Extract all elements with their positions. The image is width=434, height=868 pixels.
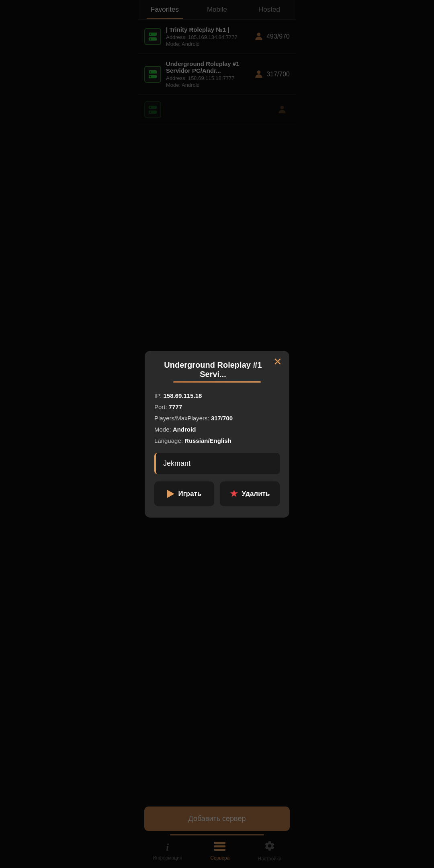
- modal-overlay[interactable]: ✕ Underground Roleplay #1 Servi... IP: 1…: [139, 0, 295, 313]
